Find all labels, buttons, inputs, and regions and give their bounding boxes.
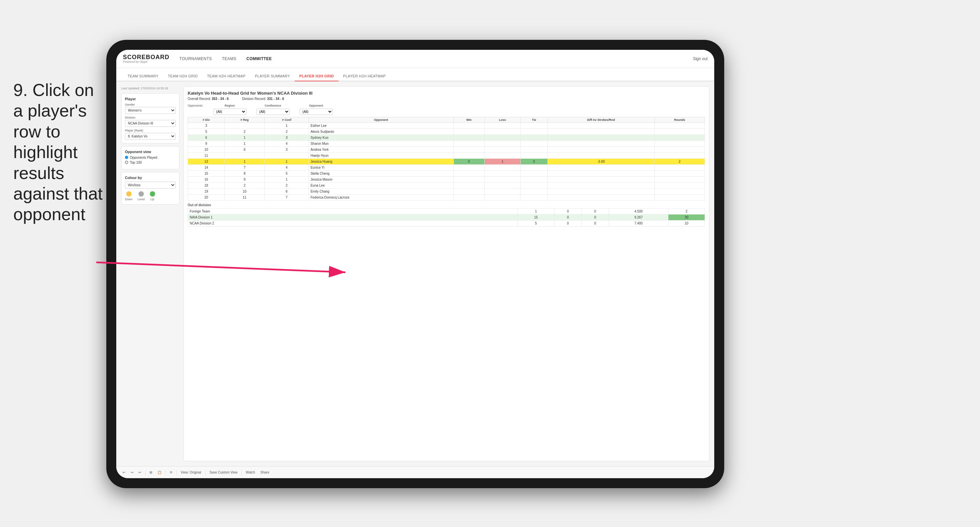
cell-tie [520,189,547,195]
cell-tie [520,165,547,171]
share-button[interactable]: Share [259,470,271,475]
table-container: # Div # Reg # Conf Opponent Win Loss Tie… [188,117,705,457]
th-rounds: Rounds [654,117,705,123]
tab-player-summary[interactable]: PLAYER SUMMARY [250,71,295,81]
cell-loss: 1 [484,159,520,165]
undo-button[interactable]: ↩ [121,470,127,475]
cell-conf [265,153,309,159]
sign-out-button[interactable]: Sign out [693,56,708,61]
cell-tie [520,141,547,147]
cell-reg: 1 [224,135,265,141]
table-row-highlighted[interactable]: 13 1 1 Jessica Huang 0 1 0 -3.00 2 [188,159,705,165]
cell-opponent: Eunice Yi [309,165,453,171]
cell-diff [547,183,654,189]
colour-by-select[interactable]: Win/loss [125,182,176,189]
th-opponent: Opponent [309,117,453,123]
paste-button[interactable]: 📋 [156,470,163,475]
nav-tournaments[interactable]: TOURNAMENTS [180,55,212,62]
cell-diff [547,141,654,147]
table-row[interactable]: 14 7 4 Eunice Yi [188,165,705,171]
cell-div: 9 [188,141,224,147]
region-filter-label: Region [213,104,247,107]
cell-tie [520,129,547,135]
cell-rounds [654,153,705,159]
tab-player-h2h-heatmap[interactable]: PLAYER H2H HEATMAP [339,71,390,81]
table-row[interactable]: 9 1 4 Sharon Mun [188,141,705,147]
table-row[interactable]: NAIA Division 1 15 0 0 9.267 30 [188,214,705,221]
cell-diff [547,171,654,177]
opponents-played-radio[interactable] [125,156,128,159]
watch-button[interactable]: Watch [245,470,256,475]
cell-reg: 1 [224,159,265,165]
cell-loss [484,141,520,147]
opponent-filter-label: Opponent [300,104,333,107]
cell-tie [520,183,547,189]
cell-diff: 9.267 [609,214,668,221]
table-row[interactable]: 11 Haeijo Hyun [188,153,705,159]
cell-opponent: Federica Domecq Lacroze [309,195,453,201]
view-original-button[interactable]: View: Original [180,470,203,475]
cell-reg: 11 [224,195,265,201]
conference-filter-col: Conference (All) [256,104,290,115]
opponent-filter-col: Opponent (All) [300,104,333,115]
division-select[interactable]: NCAA Division III [125,120,176,127]
top100-option[interactable]: Top 100 [125,161,176,164]
cell-win: 15 [517,214,554,221]
opponents-played-option[interactable]: Opponents Played [125,156,176,159]
table-row[interactable]: 15 8 5 Stella Cheng [188,171,705,177]
cell-loss [484,195,520,201]
region-filter-select[interactable]: (All) [213,109,247,115]
cell-win [453,189,484,195]
cell-tie: 0 [582,214,609,221]
table-row[interactable]: 16 9 1 Jessica Mason [188,177,705,183]
cell-reg: 2 [224,129,265,135]
table-row[interactable]: 5 2 2 Alexis Sudjianto [188,129,705,135]
table-row[interactable]: NCAA Division 2 5 0 0 7.400 10 [188,221,705,227]
table-row[interactable]: 10 6 3 Andrea York [188,147,705,153]
grid-title: Katelyn Vo Head-to-Head Grid for Women's… [188,90,705,96]
tab-player-h2h-grid[interactable]: PLAYER H2H GRID [295,71,339,81]
opponent-filter-select[interactable]: (All) [300,109,333,115]
table-row[interactable]: 18 2 2 Euna Lee [188,183,705,189]
cell-win [453,183,484,189]
redo-button[interactable]: ↪ [129,470,135,475]
nav-committee[interactable]: COMMITTEE [247,55,272,62]
cell-rounds [654,141,705,147]
save-custom-view-button[interactable]: Save Custom View [208,470,239,475]
table-row[interactable]: 6 1 3 Sydney Kuo [188,135,705,141]
out-of-division: Out of division Foreign Team 1 0 0 4.500… [188,203,705,227]
cell-tie: 0 [582,208,609,214]
cell-div: 19 [188,189,224,195]
table-row[interactable]: 3 1 Esther Lee [188,123,705,129]
nav-teams[interactable]: TEAMS [222,55,237,62]
tab-team-h2h-grid[interactable]: TEAM H2H GRID [163,71,202,81]
gender-select[interactable]: Women's [125,107,176,114]
cell-conf: 1 [265,159,309,165]
cell-opponent: Sharon Mun [309,141,453,147]
cell-opponent: Emily Chang [309,189,453,195]
tab-team-h2h-heatmap[interactable]: TEAM H2H HEATMAP [202,71,250,81]
cell-tie [520,171,547,177]
table-row[interactable]: Foreign Team 1 0 0 4.500 2 [188,208,705,214]
top100-radio[interactable] [125,161,128,164]
cell-loss [484,123,520,129]
left-panel: Last Updated: 27/03/2024 16:55:28 Player… [121,86,180,461]
player-rank-select[interactable]: 8. Katelyn Vo [125,133,176,140]
colour-label-down: Down [125,198,132,201]
player-label: Player [125,97,176,101]
cell-rounds [654,165,705,171]
cell-conf: 7 [265,195,309,201]
tab-team-summary[interactable]: TEAM SUMMARY [123,71,163,81]
th-diff: Diff Av Strokes/Rnd [547,117,654,123]
table-row[interactable]: 20 11 7 Federica Domecq Lacroze [188,195,705,201]
cell-div: 14 [188,165,224,171]
cell-conf: 1 [265,177,309,183]
forward-button[interactable]: ↩ [137,470,143,475]
cell-conf: 6 [265,189,309,195]
conference-filter-select[interactable]: (All) [256,109,290,115]
table-row[interactable]: 19 10 6 Emily Chang [188,189,705,195]
refresh-button[interactable]: ⟳ [169,470,174,475]
cell-win [453,195,484,201]
cell-tie [520,195,547,201]
copy-button[interactable]: ⊞ [148,470,153,475]
